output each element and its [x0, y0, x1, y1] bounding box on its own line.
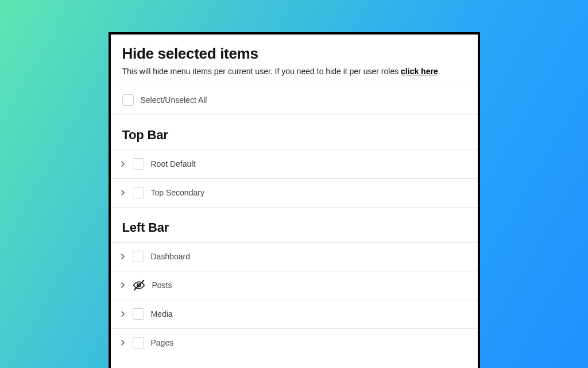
- settings-panel: Hide selected items This will hide menu …: [109, 32, 480, 368]
- select-all-row[interactable]: Select/Unselect All: [111, 86, 478, 114]
- chevron-right-icon[interactable]: [119, 339, 127, 347]
- roles-link[interactable]: click here: [401, 67, 438, 76]
- item-label: Top Secondary: [151, 188, 204, 197]
- item-checkbox[interactable]: [133, 308, 144, 320]
- item-checkbox[interactable]: [133, 337, 144, 348]
- item-checkbox[interactable]: [133, 187, 144, 198]
- chevron-right-icon[interactable]: [119, 252, 127, 260]
- list-item[interactable]: Pages: [111, 328, 478, 357]
- item-checkbox[interactable]: [133, 158, 144, 170]
- list-item[interactable]: Posts: [111, 271, 478, 300]
- chevron-right-icon[interactable]: [119, 281, 127, 289]
- list-item[interactable]: Top Secondary: [111, 178, 478, 207]
- list-item[interactable]: Media: [111, 300, 478, 328]
- chevron-right-icon[interactable]: [119, 310, 127, 318]
- select-all-checkbox[interactable]: [122, 94, 134, 106]
- list-item[interactable]: Dashboard: [111, 242, 478, 271]
- panel-inner: Hide selected items This will hide menu …: [111, 34, 478, 357]
- hidden-eye-icon[interactable]: [133, 279, 145, 292]
- item-label: Root Default: [151, 159, 196, 168]
- section-heading-top-bar: Top Bar: [111, 114, 478, 150]
- item-label: Dashboard: [151, 252, 191, 261]
- subtitle-suffix: .: [438, 67, 440, 76]
- list-item[interactable]: Root Default: [111, 150, 478, 178]
- select-all-label: Select/Unselect All: [141, 95, 207, 105]
- page-title: Hide selected items: [122, 45, 466, 63]
- item-label: Media: [151, 309, 173, 319]
- item-label: Pages: [151, 338, 174, 347]
- item-label: Posts: [152, 281, 172, 290]
- item-checkbox[interactable]: [133, 251, 144, 262]
- header-block: Hide selected items This will hide menu …: [111, 45, 478, 86]
- subtitle-prefix: This will hide menu items per current us…: [122, 67, 401, 76]
- chevron-right-icon[interactable]: [119, 189, 127, 197]
- chevron-right-icon[interactable]: [119, 160, 127, 168]
- section-heading-left-bar: Left Bar: [111, 207, 478, 242]
- page-subtitle: This will hide menu items per current us…: [122, 66, 466, 78]
